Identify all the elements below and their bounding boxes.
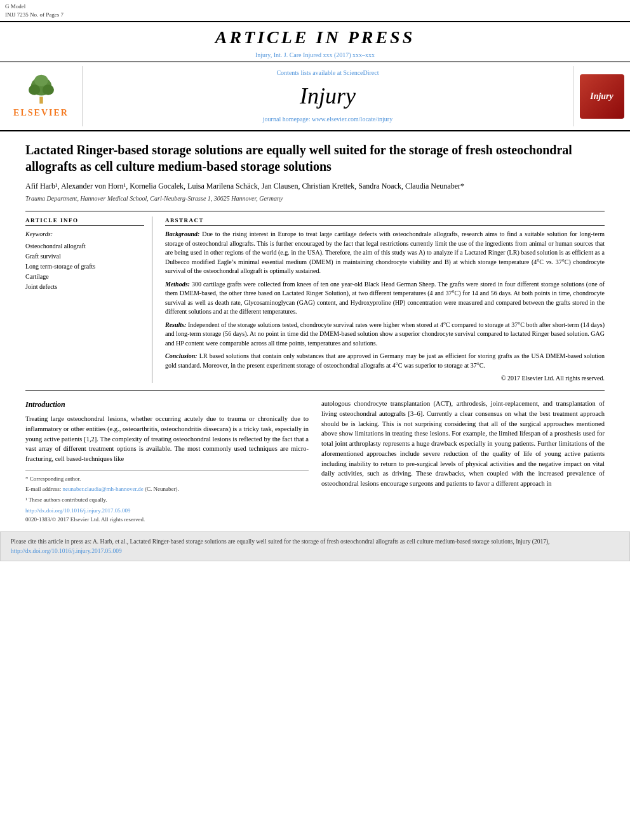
intro-para-1: Treating large osteochondral lesions, wh… bbox=[25, 414, 309, 464]
elsevier-logo: ELSEVIER bbox=[0, 66, 83, 126]
abstract-background: Background: Due to the rising interest i… bbox=[165, 230, 605, 276]
contents-line: Contents lists available at ScienceDirec… bbox=[95, 69, 560, 77]
methods-text: 300 cartilage grafts were collected from… bbox=[165, 281, 605, 316]
keyword-3: Long term-storage of grafts bbox=[25, 262, 144, 272]
svg-point-4 bbox=[34, 75, 48, 86]
doi-line[interactable]: http://dx.doi.org/10.1016/j.injury.2017.… bbox=[25, 507, 309, 516]
journal-header: ELSEVIER Contents lists available at Sci… bbox=[0, 62, 630, 131]
abstract-methods: Methods: 300 cartilage grafts were colle… bbox=[165, 280, 605, 317]
citation-text: Please cite this article in press as: A.… bbox=[11, 538, 549, 545]
journal-homepage: journal homepage: www.elsevier.com/locat… bbox=[95, 115, 560, 124]
background-label: Background: bbox=[165, 230, 199, 237]
footnote-contrib: ¹ These authors contributed equally. bbox=[25, 496, 309, 505]
main-content: Lactated Ringer-based storage solutions … bbox=[0, 131, 630, 532]
keywords-label: Keywords: bbox=[25, 230, 144, 239]
issn-line: 0020-1383/© 2017 Elsevier Ltd. All right… bbox=[25, 516, 309, 524]
keyword-5: Joint defects bbox=[25, 282, 144, 292]
svg-point-2 bbox=[29, 84, 40, 95]
journal-name-display: Injury bbox=[95, 80, 560, 112]
article-info-header: ARTICLE INFO bbox=[25, 217, 144, 227]
results-label: Results: bbox=[165, 321, 186, 328]
svg-rect-0 bbox=[39, 97, 43, 103]
footnote-email: E-mail address: neunaber.claudia@mh-hann… bbox=[25, 485, 309, 494]
keywords-list: Osteochondral allograft Graft survival L… bbox=[25, 241, 144, 292]
top-meta-bar: G Model INJJ 7235 No. of Pages 7 bbox=[0, 0, 630, 22]
elsevier-label: ELSEVIER bbox=[13, 107, 69, 119]
article-title: Lactated Ringer-based storage solutions … bbox=[25, 142, 605, 175]
journal-logo-right: Injury bbox=[573, 66, 630, 126]
journal-code: G Model INJJ 7235 No. of Pages 7 bbox=[5, 3, 64, 18]
body-col-left: Introduction Treating large osteochondra… bbox=[25, 399, 309, 524]
article-info-abstract-section: ARTICLE INFO Keywords: Osteochondral all… bbox=[25, 211, 605, 383]
keyword-2: Graft survival bbox=[25, 251, 144, 262]
conclusion-label: Conclusion: bbox=[165, 352, 198, 359]
journal-ref: Injury, Int. J. Care Injured xxx (2017) … bbox=[0, 51, 630, 60]
injury-logo: Injury bbox=[580, 74, 624, 119]
copyright: © 2017 Elsevier Ltd. All rights reserved… bbox=[165, 374, 605, 383]
keyword-1: Osteochondral allograft bbox=[25, 241, 144, 251]
footnote-area: * Corresponding author. E-mail address: … bbox=[25, 470, 309, 505]
methods-label: Methods: bbox=[165, 281, 190, 288]
section-divider bbox=[25, 390, 605, 391]
background-text: Due to the rising interest in Europe to … bbox=[165, 230, 605, 274]
aip-title: ARTICLE IN PRESS bbox=[0, 25, 630, 50]
results-text: Independent of the storage solutions tes… bbox=[165, 321, 605, 347]
footnote-corresponding: * Corresponding author. bbox=[25, 475, 309, 484]
keyword-4: Cartilage bbox=[25, 272, 144, 282]
citation-bar: Please cite this article in press as: A.… bbox=[0, 531, 630, 561]
citation-link[interactable]: http://dx.doi.org/10.1016/j.injury.2017.… bbox=[11, 548, 122, 554]
body-col-right: autologous chondrocyte transplantation (… bbox=[321, 399, 605, 524]
introduction-heading: Introduction bbox=[25, 399, 309, 410]
article-in-press-banner: ARTICLE IN PRESS Injury, Int. J. Care In… bbox=[0, 22, 630, 62]
abstract-column: ABSTRACT Background: Due to the rising i… bbox=[165, 217, 605, 383]
article-info-column: ARTICLE INFO Keywords: Osteochondral all… bbox=[25, 217, 152, 383]
svg-point-3 bbox=[42, 84, 53, 95]
abstract-conclusion: Conclusion: LR based solutions that cont… bbox=[165, 352, 605, 370]
intro-para-2: autologous chondrocyte transplantation (… bbox=[321, 399, 605, 489]
elsevier-tree-icon bbox=[22, 74, 60, 105]
affiliation: Trauma Department, Hannover Medical Scho… bbox=[25, 194, 605, 203]
abstract-header: ABSTRACT bbox=[165, 217, 605, 227]
journal-center-info: Contents lists available at ScienceDirec… bbox=[83, 66, 573, 126]
body-content: Introduction Treating large osteochondra… bbox=[25, 399, 605, 524]
conclusion-text: LR based solutions that contain only sub… bbox=[165, 352, 605, 369]
abstract-results: Results: Independent of the storage solu… bbox=[165, 321, 605, 349]
authors: Afif Harb¹, Alexander von Horn¹, Korneli… bbox=[25, 181, 605, 192]
